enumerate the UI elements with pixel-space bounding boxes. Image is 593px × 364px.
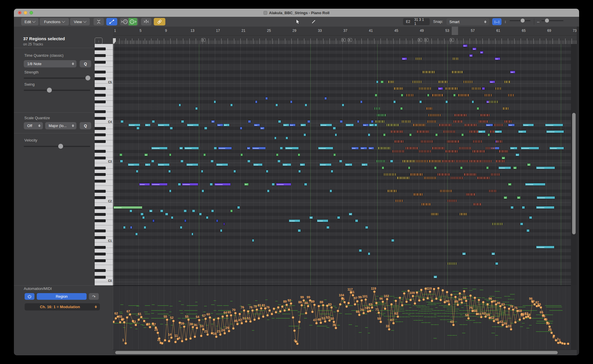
automation-point[interactable] <box>181 340 183 342</box>
midi-note[interactable] <box>484 160 485 163</box>
midi-note[interactable] <box>482 120 483 123</box>
midi-note[interactable] <box>392 130 393 133</box>
midi-note[interactable] <box>487 160 488 163</box>
midi-note[interactable] <box>368 252 370 255</box>
midi-note[interactable] <box>455 150 456 153</box>
midi-note[interactable] <box>420 173 421 176</box>
midi-note[interactable] <box>416 124 417 126</box>
midi-note[interactable] <box>467 147 468 150</box>
automation-point[interactable] <box>548 326 551 328</box>
midi-note[interactable] <box>475 203 476 206</box>
midi-note[interactable] <box>504 160 505 163</box>
midi-note[interactable] <box>413 193 415 196</box>
midi-note[interactable] <box>508 124 515 126</box>
midi-note[interactable] <box>218 147 232 150</box>
midi-note[interactable] <box>479 177 480 179</box>
midi-note[interactable] <box>393 150 395 153</box>
midi-note[interactable] <box>428 150 429 153</box>
midi-note[interactable] <box>378 120 380 123</box>
midi-note[interactable] <box>429 120 430 123</box>
midi-note[interactable] <box>378 160 379 163</box>
midi-note[interactable] <box>494 147 495 150</box>
midi-note[interactable] <box>409 94 410 97</box>
midi-note[interactable] <box>377 107 378 110</box>
automation-point[interactable] <box>519 319 521 321</box>
midi-note[interactable] <box>369 124 374 126</box>
automation-point[interactable] <box>450 294 453 296</box>
midi-note[interactable] <box>451 177 452 179</box>
midi-note[interactable] <box>422 71 424 73</box>
midi-note[interactable] <box>420 57 422 60</box>
midi-note[interactable] <box>490 147 492 150</box>
midi-note[interactable] <box>349 213 352 216</box>
midi-note[interactable] <box>427 177 428 179</box>
midi-note[interactable] <box>435 213 437 216</box>
midi-note[interactable] <box>441 190 442 192</box>
midi-note[interactable] <box>502 157 505 159</box>
midi-note[interactable] <box>480 203 481 206</box>
midi-note[interactable] <box>345 163 352 166</box>
automation-point[interactable] <box>249 320 252 323</box>
midi-note[interactable] <box>399 87 400 90</box>
midi-note[interactable] <box>409 160 410 163</box>
midi-note[interactable] <box>419 150 420 153</box>
midi-note[interactable] <box>477 107 479 110</box>
automation-point[interactable] <box>380 321 382 323</box>
midi-note[interactable] <box>377 120 378 123</box>
midi-note[interactable] <box>429 177 430 179</box>
titlebar[interactable]: Alakula_BBC_Strings - Piano Roll <box>14 9 579 17</box>
midi-note[interactable] <box>396 190 397 192</box>
midi-note[interactable] <box>427 71 429 73</box>
midi-note[interactable] <box>434 160 435 163</box>
midi-note[interactable] <box>474 193 475 196</box>
midi-note[interactable] <box>464 94 466 97</box>
midi-note[interactable] <box>319 163 332 166</box>
midi-note[interactable] <box>445 87 446 90</box>
automation-point[interactable] <box>480 316 482 318</box>
midi-note[interactable] <box>129 209 132 212</box>
automation-point[interactable] <box>442 289 444 292</box>
automation-point[interactable] <box>241 322 243 324</box>
automation-point[interactable] <box>378 312 380 314</box>
midi-note[interactable] <box>489 190 490 192</box>
midi-note[interactable] <box>404 160 405 163</box>
midi-note[interactable] <box>478 130 486 133</box>
midi-note[interactable] <box>448 140 449 143</box>
midi-note[interactable] <box>435 133 438 136</box>
midi-note[interactable] <box>472 47 477 50</box>
automation-point[interactable] <box>435 297 438 300</box>
midi-note[interactable] <box>324 97 327 100</box>
midi-note[interactable] <box>394 130 395 133</box>
automation-point[interactable] <box>440 299 442 301</box>
midi-note[interactable] <box>418 124 419 126</box>
midi-note[interactable] <box>469 173 470 176</box>
midi-note[interactable] <box>453 120 454 123</box>
midi-note[interactable] <box>419 124 420 126</box>
midi-note[interactable] <box>426 107 427 110</box>
midi-note[interactable] <box>506 120 507 123</box>
region-marker-icon[interactable] <box>418 38 422 42</box>
midi-note[interactable] <box>473 124 474 126</box>
midi-note[interactable] <box>422 124 424 126</box>
midi-note[interactable] <box>422 160 423 163</box>
midi-note[interactable] <box>415 124 416 126</box>
midi-note[interactable] <box>285 137 288 139</box>
midi-note[interactable] <box>378 147 379 150</box>
midi-note[interactable] <box>216 219 218 222</box>
midi-note[interactable] <box>402 120 403 123</box>
midi-note[interactable] <box>444 173 445 176</box>
midi-note[interactable] <box>456 120 457 123</box>
automation-point[interactable] <box>209 316 211 319</box>
midi-note[interactable] <box>481 140 482 143</box>
midi-note[interactable] <box>432 94 433 97</box>
midi-note[interactable] <box>248 120 251 123</box>
automation-point[interactable] <box>409 299 412 301</box>
midi-note[interactable] <box>469 124 471 126</box>
midi-note[interactable] <box>423 203 424 206</box>
black-key[interactable] <box>95 61 106 64</box>
black-key[interactable] <box>95 100 106 103</box>
midi-note[interactable] <box>466 80 468 83</box>
midi-note[interactable] <box>435 114 436 117</box>
midi-note[interactable] <box>442 173 443 176</box>
midi-note[interactable] <box>394 140 396 143</box>
